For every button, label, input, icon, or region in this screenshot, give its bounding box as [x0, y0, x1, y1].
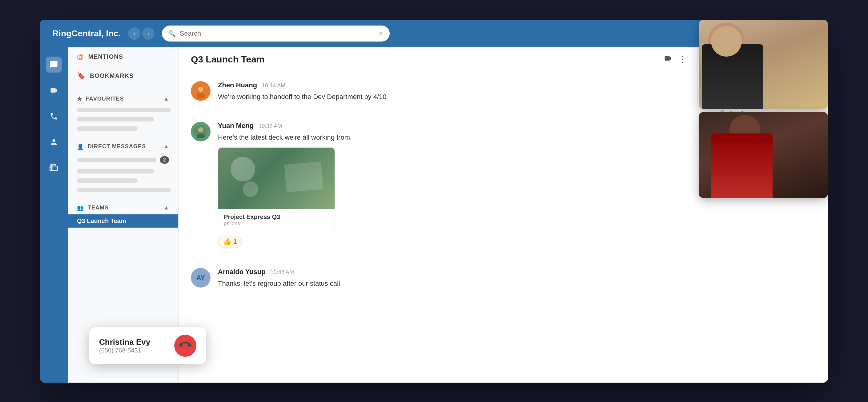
divider-2 [68, 136, 178, 136]
deco-rect [284, 161, 323, 192]
attachment-info: Project Express Q3 gslides [218, 209, 335, 231]
placeholder-fav-3 [77, 126, 137, 131]
video-overlay-person2 [699, 112, 828, 198]
search-input[interactable] [180, 30, 375, 37]
message-time-3: 10:48 AM [271, 269, 294, 276]
phone-end-icon: 📞 [178, 338, 193, 354]
message-header-2: Yuan Meng 10:32 AM [218, 122, 686, 130]
chevron-up-icon-teams: ▲ [163, 205, 169, 211]
attachment-image [218, 148, 335, 209]
mentions-icon: @ [77, 53, 84, 61]
message-header-3: Arnaldo Yusup 10:48 AM [218, 268, 686, 276]
attachment-card[interactable]: Project Express Q3 gslides [218, 147, 335, 231]
nav-arrows: ‹ › [128, 27, 155, 40]
icon-nav [40, 47, 68, 382]
star-icon: ★ [77, 96, 82, 102]
message-sender-3: Arnaldo Yusup [218, 268, 266, 276]
forward-button[interactable]: › [142, 27, 155, 40]
nav-item-video[interactable] [46, 82, 62, 98]
message-time-1: 10:14 AM [262, 82, 285, 89]
chevron-up-icon-favourites: ▲ [163, 96, 169, 102]
chat-messages: Zhen Huang 10:14 AM We're working to han… [179, 72, 699, 382]
back-button[interactable]: ‹ [128, 27, 141, 40]
call-info: Christina Evy (650) 768-5431 [99, 337, 150, 354]
message-content-1: Zhen Huang 10:14 AM We're working to han… [218, 81, 686, 102]
bookmark-icon: 🔖 [77, 72, 86, 80]
reaction-thumbsup[interactable]: 👍 1 [218, 236, 242, 248]
nav-item-phone[interactable] [46, 108, 62, 124]
message-text-1: We're working to handoff to the Dev Depa… [218, 92, 686, 102]
team-item-q3[interactable]: Q3 Launch Team [68, 214, 178, 228]
video-call-icon[interactable] [663, 54, 672, 65]
message-row: Zhen Huang 10:14 AM We're working to han… [191, 81, 686, 102]
call-end-button[interactable]: 📞 [174, 335, 196, 357]
avatar-yuan [191, 122, 211, 141]
chat-header: Q3 Launch Team ⋮ [179, 47, 699, 72]
message-row-2: Yuan Meng 10:32 AM Here's the latest dec… [191, 122, 686, 248]
chat-header-actions: ⋮ [663, 54, 686, 65]
chevron-up-icon-dm: ▲ [163, 143, 169, 150]
message-text-3: Thanks, let's regroup after our status c… [218, 278, 686, 289]
app-title: RingCentral, Inc. [52, 29, 121, 38]
nav-item-contacts[interactable] [46, 134, 62, 150]
placeholder-fav-2 [77, 117, 154, 122]
chat-title: Q3 Launch Team [191, 54, 657, 65]
person-icon: 👤 [77, 143, 84, 150]
nav-item-messages[interactable] [46, 57, 62, 73]
deco-circle-2 [243, 181, 258, 197]
attachment-title: Project Express Q3 [224, 213, 329, 221]
svg-point-4 [198, 127, 203, 132]
avatar-arnaldo: AY [191, 268, 211, 288]
call-notification: Christina Evy (650) 768-5431 📞 [89, 327, 206, 364]
message-row-3: AY Arnaldo Yusup 10:48 AM Thanks, let's … [191, 268, 686, 289]
placeholder-dm-2 [77, 169, 154, 173]
dm-item-1[interactable]: 2 [68, 153, 178, 167]
message-content-2: Yuan Meng 10:32 AM Here's the latest dec… [218, 122, 686, 248]
reaction-count: 1 [233, 238, 237, 245]
svg-point-1 [198, 87, 203, 92]
favourites-header[interactable]: ★ FAVOURITES ▲ [68, 91, 178, 105]
message-text-2: Here's the latest deck we're all working… [218, 132, 686, 142]
avatar-zhen [191, 81, 211, 101]
nav-item-apps[interactable] [46, 160, 62, 176]
message-sender-1: Zhen Huang [218, 81, 257, 89]
reaction-emoji: 👍 [223, 238, 231, 246]
divider [68, 88, 178, 88]
active-team-label: Q3 Launch Team [77, 217, 126, 225]
sidebar-item-mentions[interactable]: @ MENTIONS [68, 47, 178, 66]
direct-messages-header[interactable]: 👤 DIRECT MESSAGES ▲ [68, 138, 178, 153]
video-overlay-person1 [699, 20, 828, 109]
sidebar-item-bookmarks[interactable]: 🔖 BOOKMARKS [68, 66, 178, 86]
separator-1 [191, 112, 686, 112]
caller-name: Christina Evy [99, 337, 150, 347]
message-time-2: 10:32 AM [258, 123, 282, 130]
message-content-3: Arnaldo Yusup 10:48 AM Thanks, let's reg… [218, 268, 686, 289]
divider-3 [68, 197, 178, 197]
message-sender-2: Yuan Meng [218, 122, 254, 130]
placeholder-dm-4 [77, 188, 171, 192]
placeholder-fav-1 [77, 108, 171, 112]
search-bar: 🔍 ✕ [162, 26, 390, 41]
attachment-subtitle: gslides [224, 221, 329, 227]
chat-area: Q3 Launch Team ⋮ [179, 47, 699, 382]
teams-icon: 👥 [77, 205, 84, 211]
caller-number: (650) 768-5431 [99, 347, 150, 354]
search-clear-icon[interactable]: ✕ [378, 30, 383, 37]
deco-circle-1 [230, 157, 255, 181]
dm-badge: 2 [160, 156, 169, 164]
dm-placeholder-1 [77, 158, 156, 162]
more-options-icon[interactable]: ⋮ [678, 55, 686, 64]
placeholder-dm-3 [77, 178, 137, 183]
search-icon: 🔍 [168, 30, 176, 37]
message-header-1: Zhen Huang 10:14 AM [218, 81, 686, 89]
teams-header[interactable]: 👥 TEAMS ▲ [68, 200, 178, 214]
